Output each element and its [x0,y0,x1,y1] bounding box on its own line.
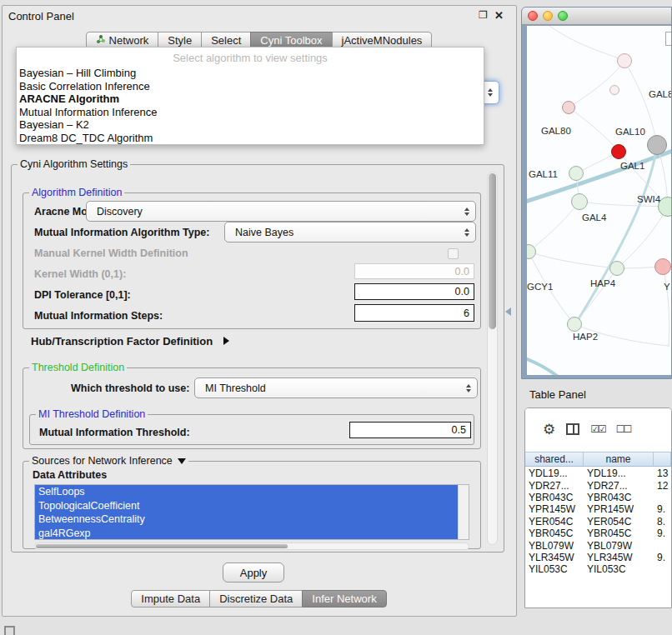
algorithm-option-basic-correlation-inference[interactable]: Basic Correlation Inference [17,80,484,93]
network-node-label-hap2: HAP2 [573,332,598,342]
table-cell: 12 [654,480,671,492]
network-icon [96,34,106,47]
network-node-label-swi4: SWI4 [637,194,660,204]
table-cell: 9. [654,552,671,563]
algorithm-option-mutual-information-inference[interactable]: Mutual Information Inference [17,106,484,119]
table-cell: YBR045C [525,528,584,539]
network-node-label-hap4: HAP4 [590,278,615,288]
tab-label: Discretize Data [219,592,293,605]
hub-section-text: Hub/Transcription Factor Definition [31,335,213,348]
table-row[interactable]: YER054CYER054C8. [525,516,671,528]
dpi-tolerance-input[interactable] [354,283,474,300]
network-node[interactable] [609,85,619,95]
table-cell: YER054C [525,516,584,528]
combo-stepper-icon [466,384,471,392]
listbox-scrollbar[interactable] [458,485,469,539]
algorithm-option-dream8-dc-tdc-algorithm[interactable]: Dream8 DC_TDC Algorithm [17,132,484,145]
network-node[interactable] [647,135,667,155]
mi-type-combobox[interactable]: Naive Bayes [224,222,476,242]
close-traffic-light-icon[interactable] [528,11,538,21]
column-header-name[interactable]: name [584,452,654,466]
minimize-traffic-light-icon[interactable] [543,11,553,21]
table-row[interactable]: YDL19...YDL19...13 [525,468,671,479]
deselect-all-icon[interactable]: ☐☐ [616,423,631,435]
kernel-width-input[interactable] [354,263,474,279]
network-edge [544,26,624,61]
select-all-icon[interactable]: ☑☑ [590,423,605,435]
zoom-traffic-light-icon[interactable] [558,11,568,21]
columns-icon[interactable] [566,423,579,435]
network-node[interactable] [609,261,624,276]
tab-impute-data[interactable]: Impute Data [131,590,210,608]
network-window-titlebar[interactable] [522,8,671,25]
table-cell: YPR145W [584,503,654,515]
network-node-label-gal4: GAL4 [582,212,606,222]
table-cell: YIL053C [584,563,654,575]
column-header-col2[interactable] [654,452,671,466]
combo-stepper-icon [464,228,469,237]
tab-label: Network [109,34,149,47]
close-icon[interactable]: ✕ [494,9,504,22]
data-attributes-listbox[interactable]: SelfLoopsTopologicalCoefficientBetweenne… [34,484,469,540]
gear-icon[interactable]: ⚙ [543,422,555,437]
attribute-item-selfloops[interactable]: SelfLoops [35,485,458,499]
table-row[interactable]: YDR27...YDR27...12 [525,479,671,491]
sources-legend[interactable]: Sources for Network Inference [29,455,188,467]
float-window-icon[interactable]: ❐ [479,9,488,21]
aracne-mode-combobox[interactable]: Discovery [86,201,476,222]
expand-icon[interactable] [223,337,229,345]
control-panel-title: Control Panel [8,10,74,22]
network-node-label-y: Y [664,282,670,292]
table-row[interactable]: YBR045CYBR045C9. [525,528,671,539]
manual-kernel-checkbox[interactable] [448,248,459,259]
network-node[interactable] [567,317,582,332]
network-node[interactable] [571,193,588,210]
table-row[interactable]: YIL053CYIL053C [525,563,671,575]
hub-section-label[interactable]: Hub/Transcription Factor Definition [31,335,229,348]
threshold-definition-legend: Threshold Definition [29,362,127,373]
listbox-hscrollbar[interactable] [34,542,469,550]
algorithm-popup-list: Bayesian – Hill ClimbingBasic Correlatio… [17,67,484,145]
table-cell: YBL079W [584,540,654,552]
table-cell: YER054C [584,516,654,528]
network-node[interactable] [617,53,632,68]
network-canvas[interactable]: GAL8GAL80GAL10GAL11GAL1SWI4GAL4GCY1HAP4Y… [527,26,672,375]
attribute-item-betweennesscentrality[interactable]: BetweennessCentrality [35,512,458,527]
network-node[interactable] [611,144,626,159]
which-threshold-combobox[interactable]: MI Threshold [194,378,478,398]
network-edge [663,267,669,347]
apply-button[interactable]: Apply [223,562,284,582]
table-cell: YIL053C [525,563,584,575]
network-node[interactable] [654,258,671,275]
scrollbar-thumb[interactable] [489,173,496,329]
aracne-mode-value: Discovery [97,206,143,218]
algorithm-option-bayesian-hill-climbing[interactable]: Bayesian – Hill Climbing [17,67,484,80]
tab-infer-network[interactable]: Infer Network [302,590,386,608]
mi-threshold-input[interactable] [349,422,471,438]
canvas-scrollbar[interactable] [665,32,672,46]
network-node[interactable] [562,101,575,114]
tab-label: Infer Network [312,592,376,605]
algorithm-option-aracne-algorithm[interactable]: ARACNE Algorithm [17,92,484,106]
table-cell: 9. [654,528,671,539]
table-row[interactable]: YPR145WYPR145W9. [525,503,671,515]
panel-splitter-handle[interactable] [505,308,511,316]
mi-steps-input[interactable] [354,304,474,322]
algorithm-option-bayesian-k2[interactable]: Bayesian – K2 [17,118,484,132]
hscrollbar-thumb[interactable] [36,544,288,548]
table-row[interactable]: YBL079WYBL079W [525,539,671,551]
table-cell: YBR043C [525,492,584,503]
network-node[interactable] [569,166,584,181]
minimized-panel-icon[interactable] [4,626,15,635]
attribute-item-gal4rgexp[interactable]: gal4RGexp [35,527,458,541]
table-row[interactable]: YBR043CYBR043C [525,492,671,503]
column-header-shared[interactable]: shared... [525,452,584,466]
table-cell: YPR145W [525,503,584,515]
attribute-item-topologicalcoefficient[interactable]: TopologicalCoefficient [35,499,458,513]
network-edge [569,61,624,108]
settings-scrollbar[interactable] [487,172,498,545]
tab-discretize-data[interactable]: Discretize Data [209,590,303,608]
collapse-icon[interactable] [178,458,186,464]
table-cell: YDR27... [584,480,654,492]
table-row[interactable]: YLR345WYLR345W9. [525,552,671,563]
